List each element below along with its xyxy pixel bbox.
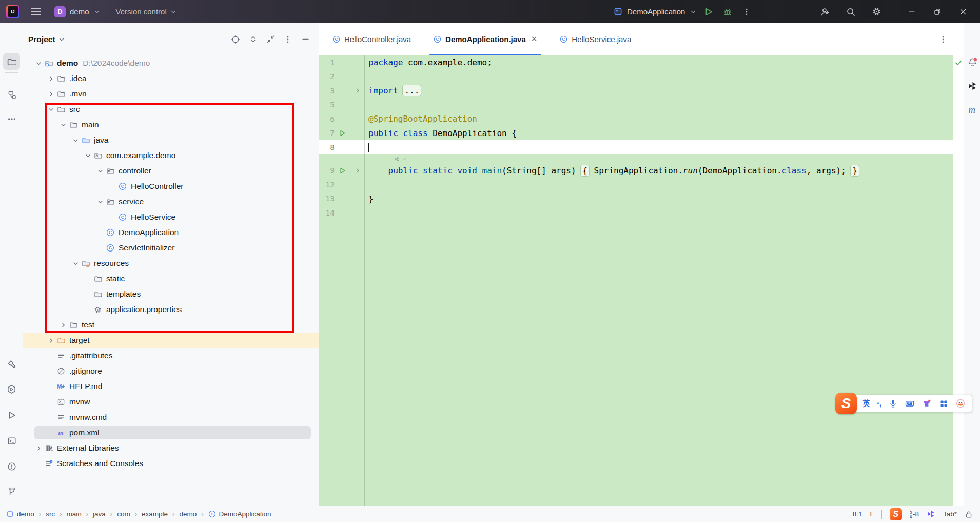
ai-assistant-button[interactable] [964,78,980,94]
more-actions-button[interactable] [739,5,754,19]
tree-item-com-example-demo[interactable]: com.example.demo [23,148,319,163]
code-line-9[interactable]: 9 public static void main(String[] args)… [319,164,953,178]
tree-item-demoapplication[interactable]: CDemoApplication [23,225,319,240]
tree-item-hellocontroller[interactable]: CHelloController [23,179,319,194]
vcs-widget[interactable]: Version control [116,7,177,16]
tree-item--gitignore[interactable]: .gitignore [23,363,319,379]
code-line-3[interactable]: 3import ... [319,84,953,98]
tree-item-external-libraries[interactable]: External Libraries [23,440,319,456]
code-line-2[interactable]: 2 [319,70,953,84]
code-line-12[interactable]: 12 [319,178,953,192]
tree-item-application-properties[interactable]: application.properties [23,302,319,317]
file-writable[interactable] [965,510,973,518]
close-button[interactable] [950,0,976,23]
run-gutter-icon[interactable] [335,167,350,175]
tab-options-button[interactable] [939,23,947,55]
breadcrumb-item-demo[interactable]: demo [6,510,34,518]
tree-item-scratches-and-consoles[interactable]: Scratches and Consoles [23,456,319,471]
indent-info[interactable]: Tab* [943,510,957,518]
tree-item--mvn[interactable]: .mvn [23,86,319,102]
project-view-selector[interactable]: Project [28,35,65,44]
tree-item-demo[interactable]: demoD:\2024code\demo [23,55,319,71]
tree-item-java[interactable]: java [23,132,319,148]
more-tool-windows-button[interactable] [3,110,20,127]
breadcrumb-item-src[interactable]: src [46,510,55,518]
code-line-8[interactable]: 8 [319,140,953,154]
breadcrumb-item-demoapplication[interactable]: CDemoApplication [208,510,271,518]
tree-chevron-collapsed-icon[interactable] [47,336,55,345]
breadcrumb-item-demo[interactable]: demo [179,510,197,518]
debug-button[interactable] [720,5,735,19]
problems-tool-button[interactable] [3,458,20,475]
tree-chevron-collapsed-icon[interactable] [59,321,68,330]
code-line-1[interactable]: 1package com.example.demo; [319,55,953,70]
terminal-tool-button[interactable] [3,432,20,449]
breadcrumb-item-example[interactable]: example [142,510,168,518]
language-mode-button[interactable]: 英 [863,398,870,409]
plugin-indicator[interactable] [927,510,935,518]
sogou-indicator[interactable]: S [890,508,902,520]
code-with-me-button[interactable] [818,5,832,19]
tree-item-resources[interactable]: resources [23,256,319,271]
punctuation-mode-button[interactable]: ·, [877,398,881,409]
code-line-6[interactable]: 6@SpringBootApplication [319,112,953,126]
tree-item-static[interactable]: static [23,271,319,286]
tab-hellocontroller-java[interactable]: CHelloController.java [325,23,418,55]
tab-helloservice-java[interactable]: CHelloService.java [553,23,638,55]
tree-item-help-md[interactable]: MHELP.md [23,379,319,394]
restore-button[interactable] [925,0,950,23]
code-line-13[interactable]: 13} [319,192,953,206]
code-line-5[interactable]: 5 [319,98,953,112]
code-line-7[interactable]: 7public class DemoApplication { [319,126,953,141]
run-gutter-icon[interactable] [335,129,350,137]
close-tab-icon[interactable]: ✕ [531,34,538,44]
notifications-button[interactable] [964,54,980,71]
toolbox-button[interactable] [938,398,949,409]
inspections-ok-icon[interactable] [954,59,963,506]
tree-item--gitattributes[interactable]: .gitattributes [23,348,319,363]
tree-item-src[interactable]: src [23,102,319,117]
tree-item-templates[interactable]: templates [23,286,319,302]
tree-chevron-collapsed-icon[interactable] [34,444,43,453]
breadcrumb-item-com[interactable]: com [117,510,130,518]
sogou-logo-icon[interactable]: S [835,393,857,414]
minimize-button[interactable] [899,0,925,23]
expand-button[interactable] [248,34,258,45]
main-menu-button[interactable] [31,8,41,15]
skin-button[interactable] [922,398,932,409]
tree-item-helloservice[interactable]: CHelloService [23,209,319,225]
voice-input-button[interactable] [888,398,898,409]
version-control-tool-button[interactable] [3,482,20,499]
breadcrumb-item-java[interactable]: java [93,510,106,518]
breadcrumb-item-main[interactable]: main [66,510,81,518]
tree-chevron-expanded-icon[interactable] [84,151,92,160]
tree-chevron-expanded-icon[interactable] [59,121,68,129]
tree-chevron-collapsed-icon[interactable] [47,74,55,83]
emoji-button[interactable] [955,398,966,409]
tree-item-pom-xml[interactable]: mpom.xml [23,425,319,440]
caret-position[interactable]: 8:1 [853,510,863,518]
collapse-all-button[interactable] [265,34,276,45]
run-config-name[interactable]: DemoApplication [627,7,685,16]
line-separator[interactable]: L [870,510,874,518]
run-button[interactable] [701,5,716,19]
maven-panel-button[interactable]: m [964,101,980,118]
file-encoding[interactable]: ɔu-8 [910,510,919,518]
build-tool-button[interactable] [3,355,20,372]
fold-chevron-icon[interactable] [353,87,364,94]
tree-chevron-expanded-icon[interactable] [96,167,105,176]
soft-keyboard-button[interactable] [905,398,915,409]
tree-chevron-expanded-icon[interactable] [96,198,105,206]
tree-chevron-expanded-icon[interactable] [71,136,80,145]
tree-item-servletinitializer[interactable]: CServletInitializer [23,240,319,256]
search-everywhere-button[interactable] [844,5,858,19]
structure-tool-button[interactable] [3,86,20,103]
tree-item--idea[interactable]: .idea [23,71,319,86]
tree-chevron-collapsed-icon[interactable] [47,90,55,99]
tree-item-test[interactable]: test [23,317,319,333]
locate-file-button[interactable] [230,34,241,45]
services-tool-button[interactable] [3,381,20,398]
tree-item-main[interactable]: main [23,117,319,132]
tree-item-controller[interactable]: controller [23,163,319,179]
tree-chevron-expanded-icon[interactable] [34,59,43,68]
